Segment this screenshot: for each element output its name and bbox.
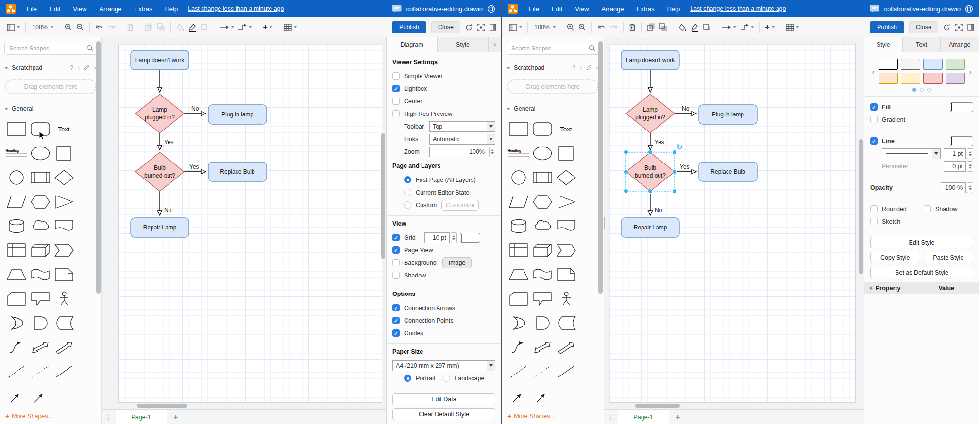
shape-and[interactable]	[531, 312, 554, 334]
zoom-dropdown[interactable]: 100%	[531, 24, 558, 31]
connection-arrows-checkbox[interactable]	[392, 304, 400, 311]
drawing-page[interactable]: NoYesYesNoLamp doesn't workLampplugged i…	[118, 44, 382, 403]
paste-style-button[interactable]: Paste Style	[924, 252, 974, 263]
shape-dashed-line[interactable]	[5, 361, 28, 382]
shape-circle[interactable]	[507, 167, 530, 188]
shape-textbox[interactable]: Heading	[507, 143, 530, 164]
shape-tape[interactable]	[531, 264, 554, 285]
zoom-in-button[interactable]	[565, 23, 576, 31]
selection-handle[interactable]	[624, 189, 628, 194]
format-panel-toggle-icon[interactable]	[967, 24, 974, 31]
fill-color-swatch[interactable]	[950, 102, 973, 112]
opacity-stepper[interactable]	[967, 182, 973, 193]
close-button[interactable]: Close	[909, 21, 938, 33]
flow-node-repair[interactable]: Repair Lamp	[621, 218, 679, 237]
edit-style-button[interactable]: Edit Style	[870, 237, 973, 248]
style-preset-1[interactable]	[901, 59, 920, 70]
line-style-dropdown[interactable]	[882, 148, 941, 159]
flow-node-start[interactable]: Lamp doesn't work	[621, 50, 679, 70]
menu-edit[interactable]: Edit	[43, 5, 67, 13]
page-dot[interactable]	[920, 88, 924, 92]
grid-checkbox[interactable]	[392, 234, 400, 241]
scratchpad-dropzone[interactable]: Drag elements here	[5, 79, 96, 94]
shape-text[interactable]: Text	[52, 118, 75, 140]
drawing-page[interactable]: NoYesYesNoLamp doesn't workLampplugged i…	[609, 44, 856, 403]
redo-button[interactable]	[105, 24, 118, 31]
globe-icon[interactable]	[487, 5, 495, 13]
close-panel-icon[interactable]: ×	[489, 37, 501, 52]
flow-node-replace[interactable]: Replace Bulb	[699, 162, 757, 181]
tab-style[interactable]: Style	[864, 37, 903, 52]
zoom-dropdown[interactable]: 100%	[29, 24, 55, 31]
shape-square[interactable]	[52, 143, 75, 164]
flow-node-q1[interactable]: Lampplugged in?	[135, 94, 184, 133]
shape-triangle[interactable]	[52, 191, 75, 212]
shadow-checkbox[interactable]	[392, 272, 400, 279]
shape-parallelogram[interactable]	[5, 191, 28, 212]
shape-line[interactable]	[52, 361, 75, 382]
selection-handle[interactable]	[648, 189, 653, 194]
sidebar-scrollbar[interactable]	[598, 41, 603, 294]
shape-cloud[interactable]	[29, 215, 51, 237]
shape-dotted-line[interactable]	[531, 361, 554, 382]
shadow-button[interactable]	[199, 23, 210, 31]
comments-icon[interactable]	[870, 5, 879, 13]
delete-button[interactable]	[125, 23, 135, 31]
tab-style[interactable]: Style	[438, 37, 489, 52]
menu-arrange[interactable]: Arrange	[93, 5, 128, 13]
shape-curve[interactable]	[507, 337, 530, 358]
tab-arrange[interactable]: Arrange	[941, 37, 979, 52]
fullscreen-icon[interactable]	[477, 24, 485, 31]
table-button[interactable]	[282, 24, 299, 31]
menu-help[interactable]: Help	[158, 5, 184, 13]
waypoint-style-button[interactable]	[738, 24, 756, 31]
scratchpad-dropzone[interactable]: Drag elements here	[507, 79, 598, 94]
add-icon[interactable]: +	[579, 64, 583, 72]
flow-node-q1[interactable]: Lampplugged in?	[626, 94, 675, 133]
help-icon[interactable]: ?	[70, 65, 74, 71]
shape-trapezoid[interactable]	[507, 264, 530, 285]
menu-file[interactable]: File	[523, 5, 545, 13]
first-page-radio[interactable]	[404, 176, 411, 183]
menu-extras[interactable]: Extras	[128, 5, 159, 13]
shape-textbox[interactable]: Heading	[5, 143, 28, 164]
shape-callout[interactable]	[29, 288, 51, 310]
selection-handle[interactable]	[624, 150, 628, 155]
shape-text[interactable]: Text	[555, 118, 577, 140]
sidebar-splitter[interactable]	[100, 217, 102, 229]
shape-directional-link[interactable]	[531, 385, 554, 407]
gradient-checkbox[interactable]	[870, 116, 878, 123]
delete-button[interactable]	[627, 23, 638, 31]
sidebar-scrollbar[interactable]	[96, 41, 101, 294]
shape-ellipse[interactable]	[29, 143, 51, 164]
last-change-link[interactable]: Last change less than a minute ago	[690, 5, 786, 12]
style-preset-6[interactable]	[923, 73, 943, 84]
shape-or[interactable]	[507, 312, 530, 334]
shape-document[interactable]	[52, 215, 75, 237]
canvas[interactable]: NoYesYesNoLamp doesn't workLampplugged i…	[102, 37, 386, 409]
current-state-radio[interactable]	[404, 189, 411, 196]
menu-extras[interactable]: Extras	[630, 5, 661, 13]
rounded-checkbox[interactable]	[870, 205, 878, 212]
zoom-out-button[interactable]	[576, 23, 588, 31]
shape-diamond[interactable]	[555, 167, 577, 188]
toolbar-dropdown[interactable]: Top	[429, 121, 495, 132]
shape-callout[interactable]	[531, 288, 554, 310]
fill-color-button[interactable]	[676, 23, 689, 31]
grid-color-button[interactable]	[460, 233, 480, 243]
menu-edit[interactable]: Edit	[545, 5, 569, 13]
edit-pencil-icon[interactable]	[586, 65, 592, 72]
shape-circle[interactable]	[5, 167, 28, 188]
shape-link[interactable]	[507, 385, 530, 407]
shape-data-storage[interactable]	[555, 312, 577, 334]
shape-arrow[interactable]	[52, 337, 75, 358]
pages-menu-icon[interactable]: ⋮	[604, 410, 618, 424]
flow-node-q2[interactable]: Bulbburned out?	[135, 152, 184, 191]
selection-handle[interactable]	[673, 170, 677, 174]
shape-directional-link[interactable]	[29, 385, 51, 407]
page-tab[interactable]: Page-1	[116, 410, 167, 424]
to-back-button[interactable]	[657, 23, 669, 31]
shape-bidirectional-arrow[interactable]	[29, 337, 51, 358]
background-image-button[interactable]: Image	[442, 257, 472, 268]
landscape-radio[interactable]	[443, 375, 450, 382]
